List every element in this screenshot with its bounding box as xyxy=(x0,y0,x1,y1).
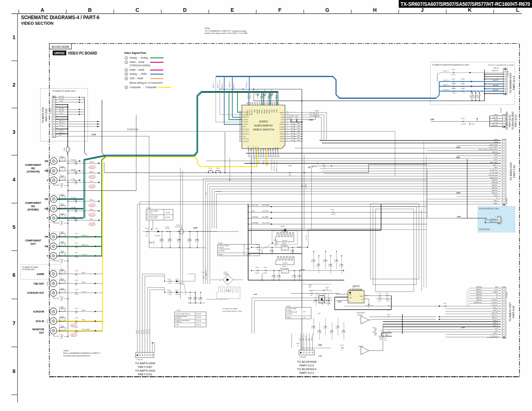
svg-text:P3007A: P3007A xyxy=(50,108,52,113)
svg-text:VIN_3: VIN_3 xyxy=(82,310,86,311)
svg-text:SCIN2: SCIN2 xyxy=(279,131,284,133)
svg-text:11: 11 xyxy=(287,116,288,117)
svg-text:10/50: 10/50 xyxy=(75,284,78,286)
svg-text:OTHER: OTHER xyxy=(286,317,291,318)
svg-text:1/50: 1/50 xyxy=(75,183,77,185)
svg-text:46: 46 xyxy=(264,156,265,157)
svg-text:AUDIO_L: AUDIO_L xyxy=(492,317,498,319)
svg-text:YOUT3: YOUT3 xyxy=(243,119,248,121)
svg-text:SYOUT2: SYOUT2 xyxy=(243,140,249,142)
svg-text:62(1/2W): 62(1/2W) xyxy=(165,217,170,218)
svg-text:+5.0V: +5.0V xyxy=(456,147,461,149)
svg-text:GND_D: GND_D xyxy=(493,323,498,324)
svg-text:SEC2-2: SEC2-2 xyxy=(143,330,145,334)
svg-text:Y: Y xyxy=(46,217,48,219)
svg-text:R2049: R2049 xyxy=(330,330,331,333)
svg-text:SYIN1: SYIN1 xyxy=(275,147,276,151)
svg-text:PROUT_3: PROUT_3 xyxy=(250,93,251,99)
svg-text:18: 18 xyxy=(499,160,501,162)
svg-text:PART-8:A2: PART-8:A2 xyxy=(512,306,515,318)
svg-text:49: 49 xyxy=(271,156,272,157)
svg-text:27: 27 xyxy=(239,111,241,112)
svg-text:105Z: 105Z xyxy=(291,132,293,134)
svg-text:2: 2 xyxy=(57,99,57,101)
svg-text:NJW1326FH2: NJW1326FH2 xyxy=(254,124,273,127)
svg-text:+5V_VD: +5V_VD xyxy=(306,235,307,240)
svg-text:R3014: R3014 xyxy=(60,316,64,317)
svg-text:R3030: R3030 xyxy=(60,166,64,167)
svg-text:MMPRXD: MMPRXD xyxy=(492,187,498,189)
svg-text:C3004: C3004 xyxy=(75,233,78,234)
svg-text:Y_IN2: Y_IN2 xyxy=(71,178,75,180)
svg-text:5: 5 xyxy=(499,194,500,195)
svg-text:R2115: R2115 xyxy=(309,290,313,292)
svg-text:PRIN_1: PRIN_1 xyxy=(262,94,264,99)
svg-text:PRIN3: PRIN3 xyxy=(257,109,258,114)
svg-text:R3026: R3026 xyxy=(60,213,64,215)
svg-text:VOUT_1: VOUT_1 xyxy=(258,159,259,164)
svg-text:R3004: R3004 xyxy=(64,147,65,151)
svg-text:GND_IPD: GND_IPD xyxy=(492,312,498,314)
svg-text:PROUT_2: PROUT_2 xyxy=(247,93,249,99)
svg-text:AUX_GNDV: AUX_GNDV xyxy=(490,162,498,163)
svg-text:R2131: R2131 xyxy=(384,338,387,339)
svg-text:PBIN2: PBIN2 xyxy=(266,109,268,114)
svg-text:Refer to SCHEMATIC DIAGRAM-19: Refer to SCHEMATIC DIAGRAM-19 / PART-17 xyxy=(63,352,100,354)
svg-text:30: 30 xyxy=(239,118,241,119)
svg-text:D9011B: D9011B xyxy=(226,290,231,292)
svg-text:«Note»: «Note» xyxy=(63,350,69,352)
svg-text:GND_VD: GND_VD xyxy=(492,151,498,153)
svg-text:102K: 102K xyxy=(60,262,63,264)
svg-text:KDS4148U: KDS4148U xyxy=(282,231,288,233)
svg-text:1/50: 1/50 xyxy=(75,202,77,203)
svg-text:MMPTXD: MMPTXD xyxy=(492,190,498,191)
svg-text:SCL: SCL xyxy=(495,289,498,290)
svg-text:SYOUT3: SYOUT3 xyxy=(243,138,249,140)
svg-text:GND_A: GND_A xyxy=(493,310,498,311)
svg-text:VMUT: VMUT xyxy=(315,110,319,112)
svg-text:75: 75 xyxy=(61,197,63,198)
svg-text:KDS4148U: KDS4148U xyxy=(175,283,181,284)
svg-text:Q2004,B: Q2004,B xyxy=(358,346,363,347)
svg-text:R9012: R9012 xyxy=(168,279,171,280)
svg-text:PBOUT_1: PBOUT_1 xyxy=(443,84,450,86)
svg-text:JL9101B: JL9101B xyxy=(136,359,142,361)
svg-text:TO BAETC-0027: TO BAETC-0027 xyxy=(509,302,511,322)
svg-text:10/50: 10/50 xyxy=(342,264,343,267)
svg-text:VIDEO SWITCH: VIDEO SWITCH xyxy=(253,128,274,131)
svg-text:IN2: IN2 xyxy=(31,167,35,170)
svg-text:A: A xyxy=(40,7,44,13)
svg-text:7: 7 xyxy=(502,83,503,85)
svg-text:75: 75 xyxy=(324,167,325,169)
svg-text:GND: GND xyxy=(349,297,352,299)
svg-text:R2129: R2129 xyxy=(336,325,337,329)
svg-text:2: 2 xyxy=(13,82,15,88)
svg-text:AUX_V: AUX_V xyxy=(493,164,498,166)
svg-text:NJM4580M-D: NJM4580M-D xyxy=(357,312,366,314)
svg-text:+12V: +12V xyxy=(456,157,460,159)
svg-text:1/50: 1/50 xyxy=(75,174,77,175)
svg-text:C2078: C2078 xyxy=(339,264,341,267)
svg-text:23: 23 xyxy=(499,147,501,149)
svg-text:PBOUT_1: PBOUT_1 xyxy=(229,80,230,87)
svg-text:16: 16 xyxy=(499,166,501,167)
svg-text:(GAME,TV)_VIN_5: (GAME,TV)_VIN_5 xyxy=(276,161,278,172)
svg-text:D9016: D9016 xyxy=(177,310,181,311)
svg-text:VOUT_1: VOUT_1 xyxy=(82,291,87,293)
svg-text:HDMI: HDMI xyxy=(141,73,147,75)
svg-text:IN1: IN1 xyxy=(31,205,35,208)
svg-text:2.2/50: 2.2/50 xyxy=(196,297,197,300)
svg-text:5: 5 xyxy=(126,77,127,80)
svg-text:6: 6 xyxy=(499,191,500,192)
svg-text:470/6.3: 470/6.3 xyxy=(75,237,78,239)
svg-text:33K: 33K xyxy=(190,239,192,241)
svg-text:0: 0 xyxy=(444,308,445,309)
svg-text:R3023: R3023 xyxy=(60,278,64,280)
svg-text:SEC3-2: SEC3-2 xyxy=(148,330,150,334)
svg-text:TX-SR607/TX-SA607/HT-RC160/DTR: TX-SR607/TX-SA607/HT-RC160/DTR-30.1 ONLY xyxy=(432,64,469,66)
svg-text:2SC2235: 2SC2235 xyxy=(174,226,180,228)
svg-text:VD_SW_SCL: VD_SW_SCL xyxy=(310,112,319,114)
svg-text:R9031: R9031 xyxy=(256,267,259,268)
svg-text:PAET-3:K1: PAET-3:K1 xyxy=(138,373,153,376)
svg-text:470/63: 470/63 xyxy=(153,241,155,244)
